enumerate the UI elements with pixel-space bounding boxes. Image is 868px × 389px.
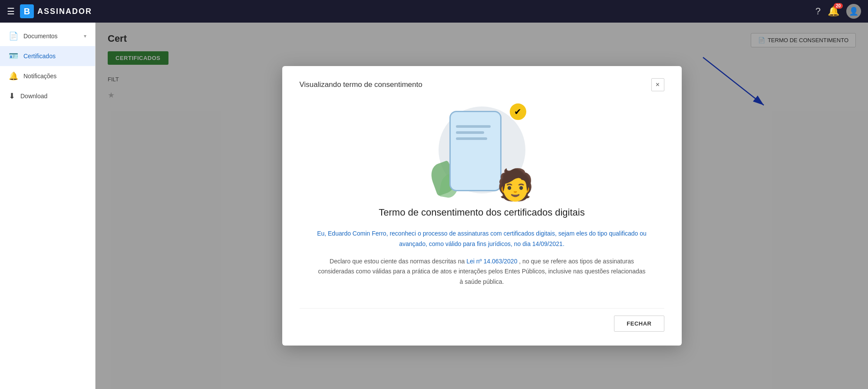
illustration: ✔ 🧑	[426, 100, 538, 200]
modal-overlay: Visualizando termo de consentimento × ✔	[96, 23, 868, 389]
fechar-button[interactable]: FECHAR	[614, 316, 664, 332]
sidebar-item-notificacoes-label: Notificações	[23, 73, 56, 80]
sidebar-item-download-label: Download	[20, 93, 47, 100]
main-content: Cert CERTIFICADOS FILT ★ 📄 TERMO DE CONS…	[96, 23, 868, 389]
bell-icon: 🔔	[9, 71, 18, 81]
modal-title: Visualizando termo de consentimento	[300, 80, 422, 89]
sidebar-item-notificacoes[interactable]: 🔔 Notificações	[0, 66, 95, 86]
consent-paragraph-1: Eu, Eduardo Comin Ferro, reconheci o pro…	[317, 229, 647, 249]
notifications-icon[interactable]: 🔔 20	[828, 6, 839, 17]
illustration-phone	[449, 111, 502, 191]
help-icon[interactable]: ?	[815, 6, 821, 17]
lei-link[interactable]: Lei nº 14.063/2020	[466, 258, 517, 265]
consent-paragraph-2: Declaro que estou ciente das normas desc…	[317, 256, 647, 287]
illustration-person: 🧑	[496, 170, 534, 200]
layout: 📄 Documentos ▾ 🪪 Certificados 🔔 Notifica…	[0, 23, 868, 389]
modal-footer: FECHAR	[300, 308, 664, 332]
modal: Visualizando termo de consentimento × ✔	[282, 66, 682, 346]
user-avatar[interactable]: 👤	[846, 4, 861, 19]
download-icon: ⬇	[9, 91, 15, 101]
modal-heading: Termo de consentimento dos certificados …	[379, 207, 584, 218]
illustration-phone-line2	[456, 131, 484, 134]
illustration-badge: ✔	[508, 102, 528, 121]
sidebar-item-download[interactable]: ⬇ Download	[0, 86, 95, 106]
modal-close-button[interactable]: ×	[651, 78, 664, 91]
sidebar-item-documentos-label: Documentos	[23, 33, 58, 40]
paragraph2-before: Declaro que estou ciente das normas desc…	[330, 258, 465, 265]
sidebar: 📄 Documentos ▾ 🪪 Certificados 🔔 Notifica…	[0, 23, 96, 389]
brand-name: ASSINADOR	[37, 7, 92, 16]
sidebar-item-certificados[interactable]: 🪪 Certificados	[0, 46, 95, 66]
illustration-phone-line3	[456, 137, 487, 140]
logo: B ASSINADOR	[20, 4, 92, 18]
document-icon: 📄	[9, 31, 18, 41]
menu-icon[interactable]: ☰	[7, 6, 15, 17]
illustration-phone-line1	[456, 125, 491, 128]
navbar-right: ? 🔔 20 👤	[815, 4, 861, 19]
paragraph1-text: Eu, Eduardo Comin Ferro, reconheci o pro…	[317, 230, 647, 247]
sidebar-item-documentos[interactable]: 📄 Documentos ▾	[0, 26, 95, 46]
sidebar-item-certificados-label: Certificados	[23, 53, 56, 60]
navbar: ☰ B ASSINADOR ? 🔔 20 👤	[0, 0, 868, 23]
certificate-icon: 🪪	[9, 51, 18, 61]
modal-header: Visualizando termo de consentimento ×	[300, 78, 664, 91]
chevron-down-icon: ▾	[84, 33, 86, 39]
logo-letter: B	[20, 4, 34, 18]
modal-body: Eu, Eduardo Comin Ferro, reconheci o pro…	[317, 229, 647, 294]
notification-badge: 20	[834, 3, 843, 9]
